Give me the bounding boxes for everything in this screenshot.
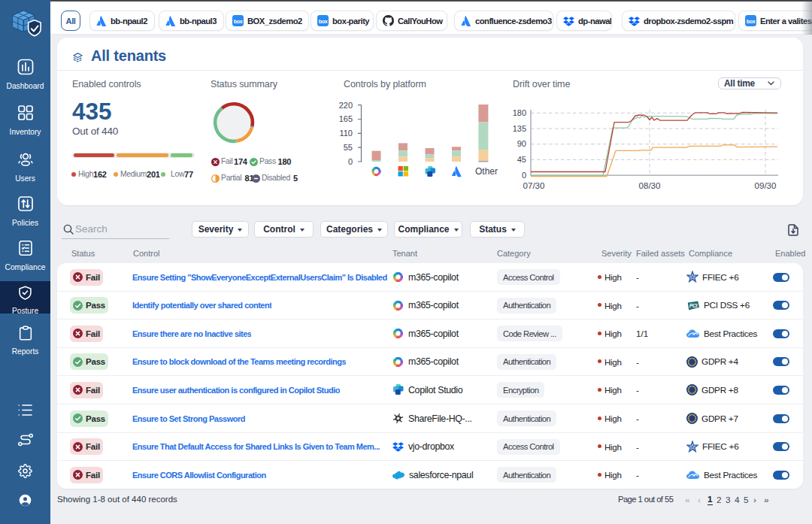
svg-text:135: 135 — [513, 124, 526, 133]
svg-text:box: box — [234, 18, 243, 25]
svg-text:45: 45 — [517, 155, 526, 164]
svg-text:08/30: 08/30 — [639, 181, 661, 190]
svg-text:09/30: 09/30 — [755, 181, 777, 190]
svg-text:PCI: PCI — [689, 302, 697, 307]
svg-text:0: 0 — [348, 157, 353, 166]
svg-text:110: 110 — [339, 129, 353, 138]
svg-text:0: 0 — [522, 171, 526, 180]
svg-text:box: box — [747, 18, 756, 25]
svg-text:90: 90 — [517, 139, 526, 148]
svg-text:07/30: 07/30 — [523, 181, 545, 190]
svg-text:Other: Other — [475, 166, 498, 177]
svg-text:180: 180 — [513, 108, 526, 117]
svg-text:55: 55 — [344, 143, 353, 152]
svg-text:box: box — [319, 18, 328, 25]
svg-text:220: 220 — [339, 101, 353, 110]
svg-text:165: 165 — [339, 114, 353, 123]
